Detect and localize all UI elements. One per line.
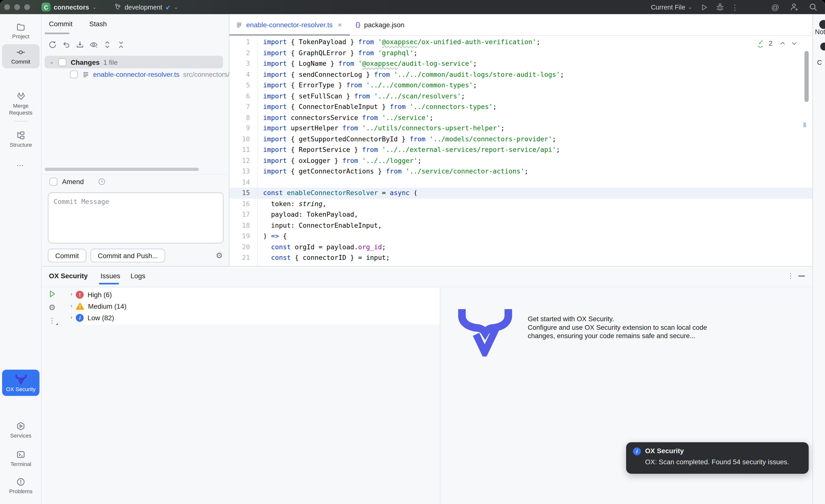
commit-message-input[interactable]: Commit Message <box>48 192 224 243</box>
code-line[interactable]: 15const enableConnectorResolver = async … <box>229 188 812 198</box>
code-line[interactable]: 6import { setFullScan } from '../../scan… <box>229 91 812 102</box>
run-button[interactable] <box>699 3 708 11</box>
sidebar-item-ox-security[interactable]: OX Security <box>2 369 40 396</box>
changes-checkbox[interactable] <box>59 58 67 66</box>
code-line[interactable]: 17 payload: TokenPayload, <box>229 209 812 220</box>
chevron-right-icon[interactable]: › <box>70 292 72 297</box>
code-line[interactable]: 16 token: string, <box>229 198 812 209</box>
editor-tab-package-json[interactable]: {} package.json <box>349 14 411 35</box>
code-line[interactable]: 1import { TokenPayload } from '@oxappsec… <box>229 37 812 48</box>
line-number: 21 <box>229 252 257 263</box>
search-everywhere-icon[interactable] <box>809 3 818 11</box>
line-number: 7 <box>229 102 257 112</box>
code-lines[interactable]: 1import { TokenPayload } from '@oxappsec… <box>229 37 812 263</box>
code-line[interactable]: 14 <box>229 177 812 188</box>
close-window-button[interactable] <box>4 4 10 10</box>
code-line[interactable]: 10import { getSupportedConnectorById } f… <box>229 134 812 145</box>
code-line[interactable]: 13import { getConnectorActions } from '.… <box>229 166 812 177</box>
code-line[interactable]: 19) => { <box>229 231 812 242</box>
rollback-icon[interactable] <box>62 40 70 49</box>
code-line[interactable]: 9import upsertHelper from '../utils/conn… <box>229 123 812 134</box>
active-tab-underline <box>229 34 350 35</box>
expand-all-icon[interactable] <box>103 40 111 49</box>
close-tab-icon[interactable]: × <box>338 21 342 29</box>
minimize-window-button[interactable] <box>14 4 20 10</box>
run-scan-icon[interactable] <box>48 290 56 298</box>
code-line[interactable]: 8import connectorsService from '../servi… <box>229 112 812 123</box>
panel-text-partial: C <box>817 59 822 66</box>
code-line[interactable]: 3import { LogName } from '@oxappsec/audi… <box>229 59 812 69</box>
branch-widget[interactable]: development ↙ ⌄ <box>114 3 178 11</box>
collapse-all-icon[interactable] <box>117 40 125 49</box>
sidebar-item-more[interactable]: ⋯ <box>2 157 40 172</box>
chevron-right-icon[interactable]: › <box>70 315 72 320</box>
code-line[interactable]: 18 input: ConnectorEnableInput, <box>229 220 812 231</box>
changes-tree-row[interactable]: ⌄ Changes 1 file <box>45 56 223 68</box>
sidebar-item-terminal[interactable]: Terminal <box>2 446 40 471</box>
changed-file-row[interactable]: enable-connector-resolver.ts src/connect… <box>45 69 229 80</box>
inspections-widget[interactable]: ✓ 2 <box>758 39 798 48</box>
chevron-right-icon[interactable]: › <box>70 303 72 309</box>
ai-assistant-icon[interactable]: @ <box>771 3 779 11</box>
file-checkbox[interactable] <box>70 70 78 78</box>
code-line[interactable]: 21 const { connectorID } = input; <box>229 252 812 263</box>
shelve-icon[interactable] <box>76 40 84 49</box>
hide-panel-icon[interactable] <box>798 275 805 276</box>
code-line[interactable]: 5import { ErrorType } from '../../common… <box>229 80 812 91</box>
sidebar-item-project[interactable]: Project <box>2 19 40 43</box>
commit-button[interactable]: Commit <box>48 249 86 263</box>
commit-options-gear-icon[interactable]: ⚙ <box>216 251 223 259</box>
sidebar-item-version-control[interactable] <box>2 502 40 504</box>
tab-issues[interactable]: Issues <box>100 272 120 280</box>
code-line[interactable]: 20 const orgId = payload.org_id; <box>229 242 812 252</box>
more-actions-icon[interactable]: ⋮ <box>731 3 739 11</box>
sidebar-item-label: Merge Requests <box>4 102 37 116</box>
sidebar-item-services[interactable]: Services <box>2 418 40 442</box>
analysis-marker <box>803 122 806 127</box>
partial-icon <box>819 20 825 29</box>
issue-group-low[interactable]: › i Low (82) <box>70 312 114 323</box>
sidebar-item-merge-requests[interactable]: Merge Requests <box>2 88 40 119</box>
debug-button[interactable] <box>716 3 724 11</box>
code-line[interactable]: 7import { ConnectorEnableInput } from '.… <box>229 102 812 112</box>
next-problem-icon[interactable] <box>791 40 798 47</box>
amend-checkbox[interactable] <box>49 178 57 185</box>
sidebar-item-commit[interactable]: Commit <box>2 44 40 68</box>
ox-more-icon[interactable]: ⋮ <box>49 317 56 324</box>
notifications-panel-sliver[interactable]: Not C <box>813 14 825 504</box>
chevron-down-icon[interactable]: ⌄ <box>49 59 54 65</box>
panel-options-icon[interactable]: ⋮ <box>787 272 794 280</box>
eye-icon[interactable] <box>89 40 98 49</box>
panel-title: OX Security <box>49 272 88 280</box>
refresh-icon[interactable] <box>48 40 57 49</box>
tab-commit[interactable]: Commit <box>49 20 72 28</box>
panel-divider <box>440 287 440 504</box>
prev-problem-icon[interactable] <box>779 40 786 47</box>
issue-group-medium[interactable]: › Medium (14) <box>70 300 127 312</box>
tab-stash[interactable]: Stash <box>89 20 107 28</box>
line-number: 18 <box>229 220 257 231</box>
code-line[interactable]: 4import { sendConnectorLog } from '../..… <box>229 69 812 80</box>
editor-scrollbar[interactable] <box>804 51 809 102</box>
code-line[interactable]: 11import { ReportService } from '../../e… <box>229 145 812 155</box>
sidebar-item-structure[interactable]: Structure <box>2 128 40 151</box>
zoom-window-button[interactable] <box>24 4 30 10</box>
history-clock-icon[interactable] <box>98 178 106 185</box>
code-with-me-icon[interactable] <box>790 3 799 11</box>
window-controls[interactable] <box>4 4 30 10</box>
project-widget[interactable]: C connectors ⌄ <box>42 3 97 11</box>
notification-toast[interactable]: i OX Security OX: Scan completed. Found … <box>626 442 809 474</box>
editor-tab-active[interactable]: enable-connector-resolver.ts × <box>229 14 348 35</box>
code-line[interactable]: 2import { GraphQLError } from 'graphql'; <box>229 48 812 59</box>
code-line[interactable]: 12import { oxLogger } from '../../logger… <box>229 155 812 166</box>
sidebar-item-problems[interactable]: Problems <box>2 474 40 498</box>
active-tab-underline <box>99 283 119 284</box>
commit-and-push-button[interactable]: Commit and Push... <box>90 249 165 263</box>
issue-group-high[interactable]: › ! High (6) <box>70 288 112 300</box>
changes-count: 1 file <box>103 58 118 66</box>
get-started-text: Get started with OX Security. Configure … <box>528 315 707 340</box>
horizontal-scrollbar[interactable] <box>45 168 199 171</box>
run-config-selector[interactable]: Current File ⌄ <box>651 3 692 11</box>
ox-settings-gear-icon[interactable]: ⚙ <box>49 303 56 311</box>
tab-logs[interactable]: Logs <box>130 272 145 280</box>
